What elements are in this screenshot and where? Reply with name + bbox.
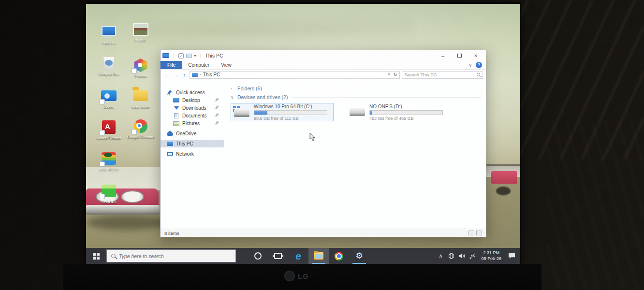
quick-access-toolbar: | ✓ ▾ | This PC bbox=[162, 53, 223, 58]
this-pc-icon bbox=[167, 141, 173, 146]
sidebar-item-onedrive[interactable]: OneDrive bbox=[161, 130, 224, 137]
cortana-button[interactable] bbox=[248, 248, 268, 264]
group-folders[interactable]: › Folders (6) bbox=[231, 84, 481, 93]
new-folder-icon[interactable] bbox=[186, 54, 192, 58]
up-icon[interactable]: ↑ bbox=[181, 72, 188, 78]
content-pane[interactable]: › Folders (6) ∨ Devices and drives (2) bbox=[224, 80, 486, 229]
refresh-icon[interactable]: ↻ bbox=[394, 72, 397, 77]
tab-computer[interactable]: Computer bbox=[182, 61, 215, 69]
monitor-screen: This PC Picture Recycle Bin Photos Zoom … bbox=[86, 4, 520, 264]
hard-drive-icon bbox=[349, 106, 366, 118]
edge-button[interactable]: e bbox=[288, 248, 308, 264]
desktop-icon-recycle-bin[interactable]: Recycle Bin bbox=[93, 56, 125, 76]
ribbon-collapse-icon[interactable]: ∨ bbox=[468, 63, 472, 68]
chrome-icon bbox=[335, 252, 343, 261]
sidebar-item-quick-access[interactable]: Quick access bbox=[161, 88, 224, 96]
pin-icon bbox=[215, 98, 219, 103]
tab-view[interactable]: View bbox=[215, 61, 237, 69]
forward-icon[interactable]: → bbox=[172, 72, 179, 78]
expand-icon[interactable]: › bbox=[231, 86, 234, 91]
network-globe-icon[interactable] bbox=[446, 253, 456, 259]
desktop-icon-folder[interactable]: New folder bbox=[125, 89, 157, 109]
documents-icon bbox=[173, 113, 179, 118]
chrome-icon bbox=[132, 119, 149, 133]
desktop-icon-chrome[interactable]: Google Chrome bbox=[125, 119, 157, 139]
volume-icon[interactable] bbox=[457, 253, 467, 259]
desktop-icon-blue-app[interactable]: Zoom bbox=[93, 89, 125, 109]
collapse-icon[interactable]: ∨ bbox=[231, 95, 234, 100]
minimize-button[interactable]: – bbox=[435, 51, 451, 60]
sidebar-item-this-pc[interactable]: This PC bbox=[161, 140, 224, 147]
settings-button[interactable]: ⚙ bbox=[349, 248, 369, 264]
sidebar-item-pictures[interactable]: Pictures bbox=[161, 119, 224, 127]
maximize-button[interactable] bbox=[451, 51, 468, 60]
desktop-icon bbox=[173, 98, 179, 103]
address-field[interactable]: › This PC ∨ ↻ bbox=[190, 71, 400, 79]
back-icon[interactable]: ← bbox=[163, 72, 170, 78]
edge-icon: e bbox=[295, 251, 301, 261]
action-center-icon bbox=[508, 253, 515, 259]
windows-logo-icon bbox=[93, 253, 100, 260]
close-button[interactable]: × bbox=[468, 51, 484, 60]
network-icon bbox=[167, 151, 173, 157]
group-devices-drives[interactable]: ∨ Devices and drives (2) bbox=[231, 93, 481, 102]
usb-icon[interactable] bbox=[468, 253, 477, 259]
hard-drive-icon bbox=[233, 106, 250, 118]
taskbar: e ⚙ ∧ 2:31 PM 08-Feb-26 bbox=[86, 248, 520, 264]
picture-file-icon bbox=[132, 22, 149, 37]
lg-emblem-icon bbox=[284, 271, 295, 281]
explorer-search[interactable] bbox=[402, 71, 483, 79]
drive-usage-bar bbox=[369, 110, 443, 115]
mouse-cursor bbox=[309, 132, 316, 142]
downloads-icon bbox=[173, 105, 179, 111]
details-view-icon[interactable] bbox=[468, 231, 474, 235]
sidebar-item-downloads[interactable]: Downloads bbox=[161, 104, 224, 112]
tray-chevron-icon[interactable]: ∧ bbox=[436, 253, 445, 259]
search-icon bbox=[111, 254, 116, 258]
explorer-search-input[interactable] bbox=[405, 72, 477, 77]
desktop-icon-picture[interactable]: Picture bbox=[125, 22, 157, 43]
item-count: 8 items bbox=[164, 231, 179, 236]
help-icon[interactable]: ? bbox=[476, 62, 482, 68]
wallpaper-pink-car-right bbox=[491, 171, 517, 184]
wallpaper-car-shadow bbox=[86, 215, 168, 230]
address-dropdown-icon[interactable]: ∨ bbox=[388, 72, 391, 77]
drive-name: NO ONE'S (D:) bbox=[369, 104, 447, 109]
desktop-icon-this-pc[interactable]: This PC bbox=[93, 25, 125, 45]
titlebar[interactable]: | ✓ ▾ | This PC – × bbox=[161, 50, 486, 61]
adobe-reader-icon bbox=[101, 120, 117, 134]
desktop-icon-green-app[interactable]: SHAREit bbox=[93, 184, 125, 204]
sidebar-item-network[interactable]: Network bbox=[161, 150, 224, 158]
address-bar: ← → ↑ › This PC ∨ ↻ bbox=[161, 70, 486, 80]
drive-c-tile[interactable]: Windows 10 Pro 64 Bit (C:) 90.8 GB free … bbox=[231, 103, 334, 121]
cortana-icon bbox=[254, 252, 262, 260]
desktop-icon-photos[interactable]: Photos bbox=[125, 58, 157, 78]
blue-app-icon bbox=[101, 89, 117, 103]
photo-background: This PC Picture Recycle Bin Photos Zoom … bbox=[0, 0, 644, 290]
task-view-button[interactable] bbox=[268, 248, 288, 264]
this-pc-icon bbox=[101, 25, 117, 40]
tray-clock[interactable]: 2:31 PM 08-Feb-26 bbox=[478, 250, 504, 261]
drive-free-space: 453 GB free of 465 GB bbox=[369, 116, 447, 121]
tab-file[interactable]: File bbox=[161, 61, 182, 69]
drive-name: Windows 10 Pro 64 Bit (C:) bbox=[254, 104, 331, 109]
search-icon bbox=[477, 73, 480, 76]
pictures-icon bbox=[173, 121, 179, 126]
wallpaper-wheel bbox=[496, 187, 511, 195]
action-center-button[interactable] bbox=[505, 253, 518, 259]
properties-icon[interactable]: ✓ bbox=[178, 53, 184, 58]
tray-time: 2:31 PM bbox=[481, 250, 501, 256]
taskbar-search[interactable] bbox=[106, 249, 236, 262]
start-button[interactable] bbox=[86, 248, 106, 264]
taskbar-search-input[interactable] bbox=[119, 253, 231, 259]
desktop-icon-adobe[interactable]: Adobe Reader bbox=[93, 120, 125, 140]
customize-qat-arrow-icon[interactable]: ▾ bbox=[194, 54, 196, 58]
drive-d-tile[interactable]: NO ONE'S (D:) 453 GB free of 465 GB bbox=[346, 103, 449, 121]
chrome-button[interactable] bbox=[329, 248, 349, 264]
thumbnail-view-icon[interactable] bbox=[476, 231, 482, 235]
crumb-separator: › bbox=[200, 72, 201, 77]
sidebar-item-desktop[interactable]: Desktop bbox=[161, 96, 224, 104]
sidebar-item-documents[interactable]: Documents bbox=[161, 112, 224, 119]
file-explorer-button[interactable] bbox=[308, 248, 329, 264]
desktop-icon-bluestacks[interactable]: BlueStacks bbox=[93, 151, 125, 172]
